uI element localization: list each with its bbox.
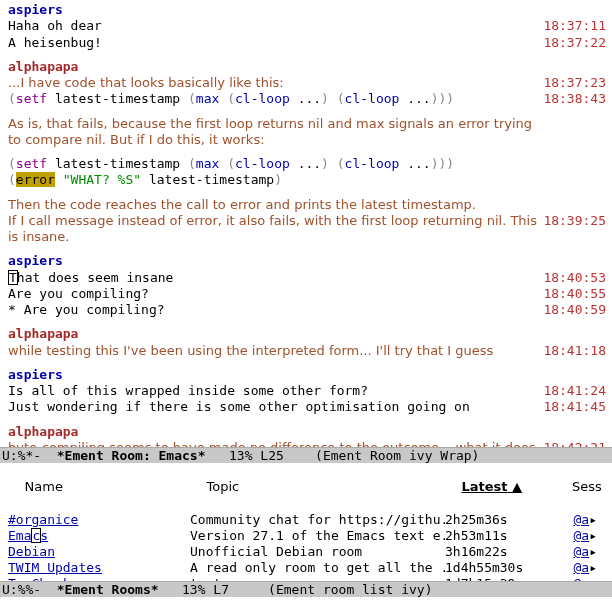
timestamp: 18:41:45 [543,399,606,415]
room-list-header: NameTopicLatest ▲ Sess [8,463,608,512]
modeline-chat: U:%*- *Ement Room: Emacs* 13% L25 (Ement… [0,447,612,463]
room-link[interactable]: TWIM Updates [8,560,102,575]
modeline-buffer-name: *Ement Room: Emacs* [57,448,206,463]
room-session: @a▸ [547,560,597,576]
room-topic: Version 27.1 of the Emacs text e... [190,528,445,544]
room-session: @a▸ [547,528,597,544]
message-text: Is all of this wrapped inside some other… [8,383,368,398]
nick-label: alphapapa [8,424,78,439]
room-list-row[interactable]: DebianUnofficial Debian room3h16m22s@a▸ [8,544,608,560]
room-session: @a▸ [547,576,597,581]
room-topic: Community chat for https://githu... [190,512,445,528]
message-text: A heisenbug! [8,35,102,50]
message-text: As is, that fails, because the first loo… [8,116,532,147]
message-text: If I call message instead of error, it a… [8,213,537,244]
timestamp: 18:38:43 [543,91,606,107]
room-session: @a▸ [547,512,597,528]
modeline-buffer-name-2: *Ement Rooms* [57,582,159,597]
room-list-pane[interactable]: NameTopicLatest ▲ Sess #organiceCommunit… [0,463,612,581]
room-latest: 3h16m22s [445,544,547,560]
room-latest: 2h53m11s [445,528,547,544]
nick-label: alphapapa [8,59,78,74]
timestamp: 18:40:55 [543,286,606,302]
message-text: Then the code reaches the call to error … [8,197,476,212]
message-text: byte-compiling seems to have made no dif… [8,440,545,447]
room-topic: A read only room to get all the ... [190,560,445,576]
timestamp: 18:37:11 [543,18,606,34]
nick-label: aspiers [8,367,63,382]
room-latest: 1d4h55m30s [445,560,547,576]
room-link[interactable]: Debian [8,544,55,559]
room-topic: Unofficial Debian room [190,544,445,560]
room-link[interactable]: #organice [8,512,78,527]
timestamp: 18:41:18 [543,343,606,359]
room-latest: 2h25m36s [445,512,547,528]
room-list-row[interactable]: To-Checktest1d7h15m39s@a▸ [8,576,608,581]
timestamp: 18:41:24 [543,383,606,399]
room-list-row[interactable]: EmacsVersion 27.1 of the Emacs text e...… [8,528,608,544]
sort-indicator-icon: ▲ [512,479,522,494]
chat-pane[interactable]: aspiersHaha oh dear18:37:11A heisenbug!1… [0,0,612,447]
room-link[interactable]: To-Check [8,576,71,581]
message-text: Are you compiling? [8,286,149,301]
timestamp: 18:40:59 [543,302,606,318]
message-text: * Are you compiling? [8,302,165,317]
timestamp: 18:42:21 [543,440,606,447]
timestamp: 18:37:22 [543,35,606,51]
nick-label: aspiers [8,2,63,17]
room-list-row[interactable]: #organiceCommunity chat for https://gith… [8,512,608,528]
timestamp: 18:40:53 [543,270,606,286]
room-link[interactable]: Emacs [8,528,48,543]
message-text: while testing this I've been using the i… [8,343,493,358]
room-topic: test [190,576,445,581]
message-text: Just wondering if there is some other op… [8,399,470,414]
message-text: Haha oh dear [8,18,102,33]
timestamp: 18:37:23 [543,75,606,91]
nick-label: aspiers [8,253,63,268]
room-session: @a▸ [547,544,597,560]
modeline-rooms: U:%%- *Ement Rooms* 13% L7 (Ement room l… [0,581,612,597]
message-text: ...I have code that looks basically like… [8,75,284,90]
nick-label: alphapapa [8,326,78,341]
room-latest: 1d7h15m39s [445,576,547,581]
text-cursor: T [8,270,18,285]
room-list-row[interactable]: TWIM UpdatesA read only room to get all … [8,560,608,576]
timestamp: 18:39:25 [543,213,606,229]
